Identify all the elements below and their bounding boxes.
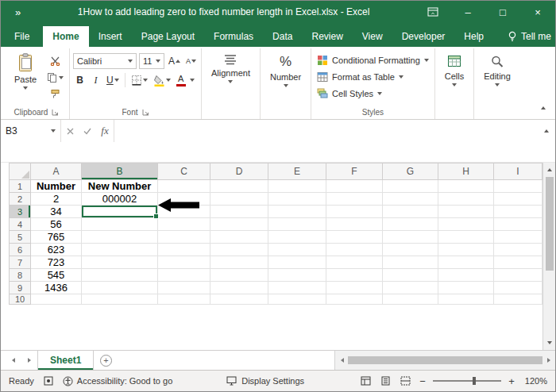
cell-A4[interactable]: 56 [31, 218, 82, 231]
cell-H1[interactable] [438, 180, 494, 193]
column-header-H[interactable]: H [438, 163, 494, 180]
vertical-scroll-thumb[interactable] [546, 177, 554, 271]
scroll-left-button[interactable] [336, 351, 348, 370]
cell-E1[interactable] [268, 180, 326, 193]
cell-H3[interactable] [438, 206, 494, 218]
cell-I4[interactable] [494, 218, 542, 231]
cell-I6[interactable] [494, 244, 542, 256]
cell-G3[interactable] [383, 206, 438, 218]
cell-I9[interactable] [494, 282, 542, 294]
cell-E5[interactable] [268, 231, 326, 244]
cell-C4[interactable] [158, 218, 210, 231]
cell-G8[interactable] [383, 269, 438, 282]
tab-data[interactable]: Data [263, 26, 302, 47]
close-button[interactable]: × [520, 1, 555, 23]
tab-formulas[interactable]: Formulas [204, 26, 263, 47]
cell-F7[interactable] [326, 256, 383, 269]
cell-B9[interactable] [82, 282, 158, 294]
decrease-font-size-button[interactable]: A [184, 53, 198, 69]
cell-A10[interactable] [31, 294, 82, 305]
row-header-6[interactable]: 6 [9, 244, 31, 256]
cell-B2[interactable]: 000002 [82, 193, 158, 206]
clipboard-dialog-launcher-icon[interactable] [52, 109, 59, 116]
column-header-D[interactable]: D [210, 163, 268, 180]
row-header-10[interactable]: 10 [9, 294, 31, 305]
minimize-button[interactable]: – [450, 1, 485, 23]
tab-insert[interactable]: Insert [89, 26, 132, 47]
cell-styles-button[interactable]: Cell Styles [315, 85, 431, 102]
alignment-button[interactable]: Alignment [205, 49, 257, 83]
new-sheet-button[interactable]: + [94, 351, 118, 370]
cell-F5[interactable] [326, 231, 383, 244]
ribbon-display-options-button[interactable] [415, 1, 450, 23]
cell-D9[interactable] [210, 282, 268, 294]
scroll-right-button[interactable] [542, 351, 554, 370]
cell-E10[interactable] [268, 294, 326, 305]
cell-H5[interactable] [438, 231, 494, 244]
name-box[interactable]: B3 [1, 120, 61, 142]
font-dialog-launcher-icon[interactable] [142, 109, 149, 116]
scroll-up-button[interactable] [547, 165, 552, 175]
font-size-combo[interactable]: 11 [139, 53, 164, 69]
column-header-B[interactable]: B [82, 163, 158, 180]
horizontal-scrollbar[interactable] [334, 351, 555, 370]
cell-A8[interactable]: 545 [31, 269, 82, 282]
cell-B1[interactable]: New Number [82, 180, 158, 193]
row-header-9[interactable]: 9 [9, 282, 31, 294]
increase-font-size-button[interactable]: A [167, 53, 182, 69]
font-color-button[interactable]: A [175, 72, 187, 88]
cell-C9[interactable] [158, 282, 210, 294]
cell-G10[interactable] [383, 294, 438, 305]
cell-D10[interactable] [210, 294, 268, 305]
cell-B8[interactable] [82, 269, 158, 282]
cell-E6[interactable] [268, 244, 326, 256]
cell-A3[interactable]: 34 [31, 206, 82, 218]
cell-I2[interactable] [494, 193, 542, 206]
normal-view-button[interactable] [358, 374, 373, 388]
cell-C1[interactable] [158, 180, 210, 193]
vertical-scrollbar[interactable] [542, 163, 555, 350]
formula-input[interactable] [114, 120, 538, 142]
cell-F1[interactable] [326, 180, 383, 193]
collapse-formula-bar-button[interactable] [538, 120, 555, 142]
macro-record-icon[interactable] [44, 376, 53, 386]
cell-H8[interactable] [438, 269, 494, 282]
cell-I7[interactable] [494, 256, 542, 269]
cell-I3[interactable] [494, 206, 542, 218]
select-all-button[interactable] [9, 163, 31, 180]
column-header-I[interactable]: I [494, 163, 542, 180]
zoom-out-button[interactable]: − [418, 375, 427, 387]
cancel-entry-button[interactable] [61, 120, 79, 142]
paste-button[interactable]: Paste [7, 49, 44, 90]
cell-D1[interactable] [210, 180, 268, 193]
cell-I5[interactable] [494, 231, 542, 244]
cell-I8[interactable] [494, 269, 542, 282]
font-name-combo[interactable]: Calibri [73, 53, 137, 69]
cell-H4[interactable] [438, 218, 494, 231]
cell-E3[interactable] [268, 206, 326, 218]
maximize-button[interactable]: □ [485, 1, 520, 23]
zoom-level[interactable]: 120% [522, 376, 547, 386]
copy-button[interactable] [45, 71, 64, 84]
cell-F9[interactable] [326, 282, 383, 294]
row-header-7[interactable]: 7 [9, 256, 31, 269]
borders-button[interactable] [129, 72, 149, 88]
cell-G5[interactable] [383, 231, 438, 244]
zoom-slider[interactable] [433, 374, 501, 388]
insert-function-button[interactable]: fx [96, 120, 114, 142]
cell-B7[interactable] [82, 256, 158, 269]
cell-A2[interactable]: 2 [31, 193, 82, 206]
cell-F6[interactable] [326, 244, 383, 256]
editing-button[interactable]: Editing [477, 49, 517, 86]
page-layout-view-button[interactable] [378, 374, 392, 388]
tab-page-layout[interactable]: Page Layout [132, 26, 204, 47]
cell-G7[interactable] [383, 256, 438, 269]
sheet-tab-sheet1[interactable]: Sheet1 [37, 351, 94, 370]
tab-home[interactable]: Home [43, 26, 88, 47]
cell-F8[interactable] [326, 269, 383, 282]
enter-entry-button[interactable] [79, 120, 96, 142]
cell-G1[interactable] [383, 180, 438, 193]
italic-button[interactable]: I [89, 72, 102, 88]
tab-file[interactable]: File [1, 26, 43, 47]
column-header-F[interactable]: F [326, 163, 383, 180]
